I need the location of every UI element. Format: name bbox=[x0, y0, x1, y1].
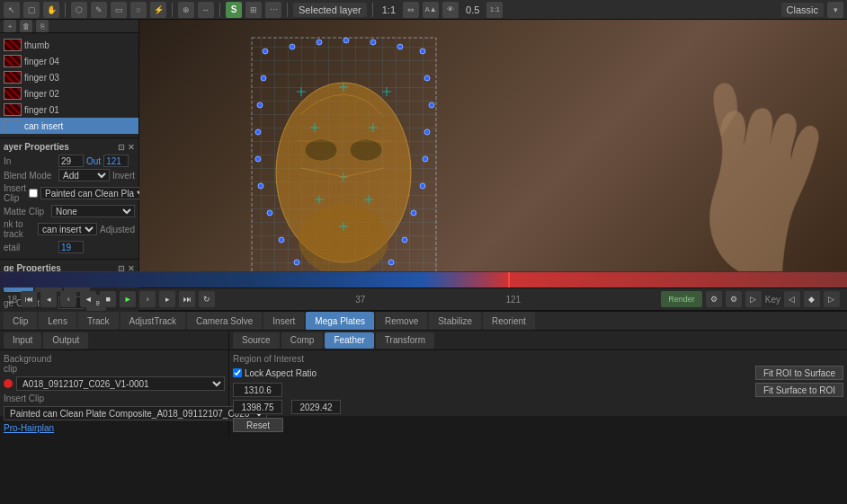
layer-item[interactable]: finger 02 bbox=[0, 85, 138, 102]
svg-point-24 bbox=[279, 237, 284, 243]
play-btn[interactable]: ► bbox=[120, 291, 136, 307]
in-label: In bbox=[4, 156, 56, 166]
cursor-tool[interactable]: ↖ bbox=[4, 2, 20, 18]
step-back-btn[interactable]: ‹ bbox=[60, 291, 76, 307]
subtab-feather[interactable]: Feather bbox=[325, 332, 373, 349]
tab-clip[interactable]: Clip bbox=[4, 312, 37, 330]
layer-delete-icon[interactable]: 🗑 bbox=[20, 20, 32, 32]
svg-point-6 bbox=[290, 44, 295, 49]
pen-tool[interactable]: ✎ bbox=[91, 2, 107, 18]
fit-roi-btn[interactable]: Fit ROI to Surface bbox=[755, 366, 843, 380]
layer-add-icon[interactable]: + bbox=[4, 20, 16, 32]
source-comp-tabs: Source Comp Feather Transform bbox=[229, 331, 847, 350]
top-toolbar: ↖ ▢ ✋ ⬡ ✎ ▭ ○ ⚡ ⊕ ↔ S ⊞ ⋯ Selected layer… bbox=[0, 0, 847, 20]
s-icon[interactable]: S bbox=[226, 2, 242, 18]
subtab-output[interactable]: Output bbox=[43, 332, 88, 349]
tab-mega-plates[interactable]: Mega Plates bbox=[306, 312, 374, 330]
tab-track[interactable]: Track bbox=[78, 312, 119, 330]
roi-reset-row: Reset bbox=[233, 418, 843, 432]
timeline-bar[interactable] bbox=[0, 272, 847, 287]
svg-point-29 bbox=[257, 102, 263, 108]
pan-tool[interactable]: ✋ bbox=[43, 2, 59, 18]
roto-tool[interactable]: ⬡ bbox=[71, 2, 87, 18]
bg-clip-select[interactable]: A018_0912107_C026_V1-0001 bbox=[16, 376, 225, 391]
key-prev-btn[interactable]: ◁ bbox=[784, 291, 800, 307]
layer-item[interactable]: finger 04 bbox=[0, 53, 138, 69]
export-btn[interactable]: ▷ bbox=[745, 291, 762, 307]
oval-tool[interactable]: ○ bbox=[130, 2, 147, 18]
layer-props-icons: ⊡ ✕ bbox=[118, 143, 135, 152]
options-icon[interactable]: ⋯ bbox=[265, 2, 281, 18]
svg-point-18 bbox=[402, 237, 407, 243]
svg-point-7 bbox=[317, 40, 322, 45]
timeline-playhead bbox=[508, 272, 510, 287]
lock-aspect-checkbox[interactable] bbox=[233, 368, 242, 377]
view-options[interactable]: 👁 bbox=[442, 2, 459, 18]
insert-clip-select[interactable]: Painted can Clean Plate Composite_A018_0… bbox=[4, 406, 267, 420]
reset-btn[interactable]: Reset bbox=[233, 418, 283, 432]
insert-clip-label: Insert Clip bbox=[4, 183, 26, 203]
layer-item[interactable]: finger 03 bbox=[0, 69, 138, 85]
grid-icon[interactable]: ⊞ bbox=[245, 2, 262, 18]
mode-dropdown[interactable]: ▾ bbox=[827, 2, 843, 18]
viewport[interactable] bbox=[139, 20, 847, 271]
tab-remove[interactable]: Remove bbox=[376, 312, 427, 330]
detail-row: etail bbox=[4, 241, 135, 253]
playback-controls: 18 ⏮ ◂ ‹ ◄ ■ ► › ▸ ⏭ ↻ 37 121 Render ⚙ ⚙… bbox=[0, 287, 847, 310]
layer-thumb bbox=[4, 119, 22, 132]
key-add-btn[interactable]: ◆ bbox=[804, 291, 820, 307]
subtab-comp[interactable]: Comp bbox=[281, 332, 324, 349]
svg-point-28 bbox=[255, 129, 261, 135]
transform-tool[interactable]: ↔ bbox=[198, 2, 214, 18]
blend-mode-select[interactable]: Add Normal Multiply bbox=[58, 169, 110, 181]
magnet-tool[interactable]: ⚡ bbox=[150, 2, 166, 18]
layer-dup-icon[interactable]: ⎘ bbox=[36, 20, 49, 32]
lock-aspect-ratio-check[interactable]: Lock Aspect Ratio bbox=[233, 368, 317, 378]
render-button[interactable]: Render bbox=[661, 291, 702, 307]
detail-input[interactable] bbox=[58, 241, 84, 253]
detail-label: etail bbox=[4, 243, 56, 252]
fit-surface-btn[interactable]: Fit Surface to ROI bbox=[755, 383, 843, 397]
zoom-in-icon[interactable]: A▲ bbox=[423, 2, 439, 18]
main-layout: + 🗑 ⎘ thumb finger 04 finger 03 finger 0… bbox=[0, 20, 847, 271]
layer-item[interactable]: thumb bbox=[0, 37, 138, 53]
select-tool[interactable]: ▢ bbox=[23, 2, 40, 18]
key-next-btn[interactable]: ▷ bbox=[824, 291, 840, 307]
tab-insert[interactable]: Insert bbox=[263, 312, 304, 330]
left-bottom: Input Output Background clip A018_091210… bbox=[0, 331, 229, 437]
subtab-transform[interactable]: Transform bbox=[376, 332, 434, 349]
render-opts-btn[interactable]: ⚙ bbox=[726, 291, 742, 307]
track-tool[interactable]: ⊕ bbox=[178, 2, 194, 18]
out-input[interactable] bbox=[103, 155, 129, 167]
link-track-select[interactable]: can insert bbox=[38, 223, 97, 235]
tab-stabilize[interactable]: Stabilize bbox=[429, 312, 481, 330]
layer-item[interactable]: finger 01 bbox=[0, 102, 138, 118]
svg-point-15 bbox=[423, 156, 428, 162]
go-to-end-btn[interactable]: ⏭ bbox=[179, 291, 195, 307]
in-input[interactable] bbox=[58, 155, 84, 167]
go-to-start-btn[interactable]: ⏮ bbox=[21, 291, 37, 307]
tab-camera-solve[interactable]: Camera Solve bbox=[187, 312, 262, 330]
insert-clip-select[interactable]: Painted can Clean Pla bbox=[40, 187, 149, 199]
settings-btn[interactable]: ⚙ bbox=[706, 291, 722, 307]
svg-point-17 bbox=[411, 210, 416, 216]
matte-clip-select[interactable]: None bbox=[51, 205, 135, 217]
fit-icon[interactable]: ⇔ bbox=[403, 2, 419, 18]
subtab-input[interactable]: Input bbox=[4, 332, 41, 349]
subtab-source[interactable]: Source bbox=[233, 332, 280, 349]
tab-adjusttrack[interactable]: AdjustTrack bbox=[120, 312, 185, 330]
aspect-icon[interactable]: 1:1 bbox=[486, 2, 503, 18]
rect-tool[interactable]: ▭ bbox=[111, 2, 127, 18]
prev-frame-btn[interactable]: ◂ bbox=[40, 291, 57, 307]
layer-item-selected[interactable]: can insert bbox=[0, 118, 138, 134]
loop-btn[interactable]: ↻ bbox=[199, 291, 215, 307]
insert-clip-check[interactable] bbox=[29, 189, 38, 198]
tab-reorient[interactable]: Reorient bbox=[483, 312, 535, 330]
layer-name: can insert bbox=[24, 121, 63, 131]
step-fwd-btn[interactable]: › bbox=[139, 291, 156, 307]
insert-clip-link[interactable]: Pro-Hairplan bbox=[4, 423, 54, 433]
next-frame-btn[interactable]: ▸ bbox=[159, 291, 175, 307]
tab-lens[interactable]: Lens bbox=[39, 312, 76, 330]
stop-btn[interactable]: ■ bbox=[100, 291, 116, 307]
play-reverse-btn[interactable]: ◄ bbox=[80, 291, 96, 307]
